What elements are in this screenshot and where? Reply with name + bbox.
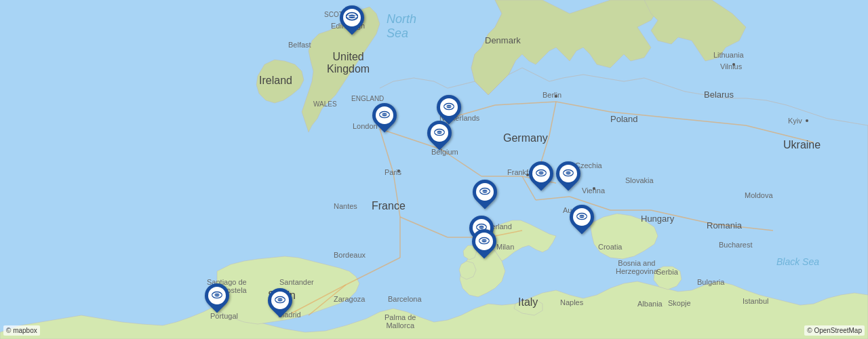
paris-dot: [397, 170, 400, 172]
marker-slovenia[interactable]: [570, 205, 594, 232]
marker-lisbon[interactable]: [205, 283, 229, 311]
vienna-dot: [593, 187, 595, 190]
berlin-dot: [555, 95, 557, 98]
marker-amsterdam[interactable]: [437, 95, 461, 122]
marker-belgium[interactable]: [427, 121, 452, 148]
marker-zurich[interactable]: [473, 180, 497, 207]
marker-nice[interactable]: [472, 229, 496, 256]
kyiv-dot: [806, 119, 808, 122]
mapbox-attribution: © mapbox: [3, 325, 40, 336]
marker-london[interactable]: [372, 103, 397, 130]
marker-vienna[interactable]: [556, 161, 580, 188]
vilnius-dot: [732, 63, 735, 66]
map-container: NorthSea Black Sea Ireland UnitedKingdom…: [0, 0, 868, 339]
marker-edinburgh[interactable]: [340, 5, 364, 33]
marker-munich[interactable]: [529, 161, 553, 188]
marker-madrid[interactable]: [268, 288, 292, 315]
map-svg: [0, 0, 868, 339]
openstreetmap-attribution: © OpenStreetMap: [804, 325, 865, 336]
